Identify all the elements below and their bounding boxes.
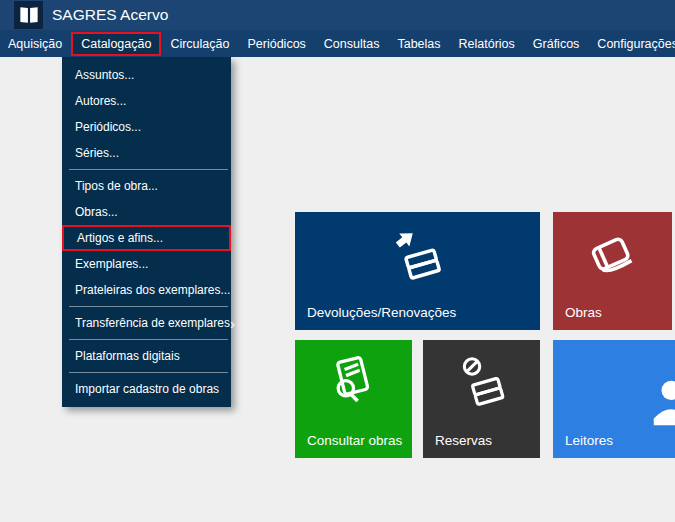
tile-label: Consultar obras [307,433,402,448]
menu-relatorios[interactable]: Relatórios [450,32,524,56]
tile-label: Reservas [435,433,492,448]
menu-tabelas[interactable]: Tabelas [388,32,449,56]
menu-item-periodicos[interactable]: Periódicos... [62,114,231,140]
menu-separator [69,169,228,170]
submenu-chevron-icon: › [230,316,235,331]
menu-periodicos[interactable]: Periódicos [238,32,314,56]
app-title: SAGRES Acervo [52,6,168,24]
people-icon [646,372,675,434]
menu-item-tipos-de-obra[interactable]: Tipos de obra... [62,173,231,199]
menu-item-artigos-e-afins[interactable]: Artigos e afins... [62,225,231,251]
menu-circulacao[interactable]: Circulação [161,32,238,56]
tile-consultar-obras[interactable]: Consultar obras [295,340,412,458]
menu-catalogacao[interactable]: Catalogação [71,32,161,56]
menu-item-plataformas-digitais[interactable]: Plataformas digitais [62,343,231,369]
titlebar: SAGRES Acervo [0,0,675,30]
book-icon [584,228,642,286]
menu-item-prateleiras[interactable]: Prateleiras dos exemplares... [62,277,231,303]
menu-separator [69,372,228,373]
book-stack-arrow-icon [387,224,449,286]
tile-label: Devoluções/Renovações [307,305,456,320]
menu-separator [69,339,228,340]
tile-label: Obras [565,305,602,320]
tile-reservas[interactable]: Reservas [423,340,540,458]
tile-label: Leitores [565,433,613,448]
tile-devolucoes-renovacoes[interactable]: Devoluções/Renovações [295,212,540,330]
menu-item-transferencia[interactable]: Transferência de exemplares › [62,310,231,336]
menu-aquisicao[interactable]: Aquisição [0,32,71,56]
menu-item-importar-cadastro[interactable]: Importar cadastro de obras [62,376,231,402]
menu-configuracoes[interactable]: Configurações [588,32,675,56]
menu-graficos[interactable]: Gráficos [524,32,589,56]
tile-leitores[interactable]: Leitores [553,340,675,458]
open-book-icon [14,1,43,29]
menu-item-exemplares[interactable]: Exemplares... [62,251,231,277]
book-magnifier-icon [325,352,383,410]
tile-obras[interactable]: Obras [553,212,672,330]
book-stack-blocked-icon [453,352,511,410]
menu-separator [69,306,228,307]
menu-item-obras[interactable]: Obras... [62,199,231,225]
menu-item-series[interactable]: Séries... [62,140,231,166]
app-window: SAGRES Acervo Aquisição Catalogação Circ… [0,0,675,522]
menubar: Aquisição Catalogação Circulação Periódi… [0,30,675,57]
menu-consultas[interactable]: Consultas [315,32,389,56]
catalogacao-dropdown: Assuntos... Autores... Periódicos... Sér… [62,57,231,407]
menu-item-autores[interactable]: Autores... [62,88,231,114]
menu-item-assuntos[interactable]: Assuntos... [62,62,231,88]
